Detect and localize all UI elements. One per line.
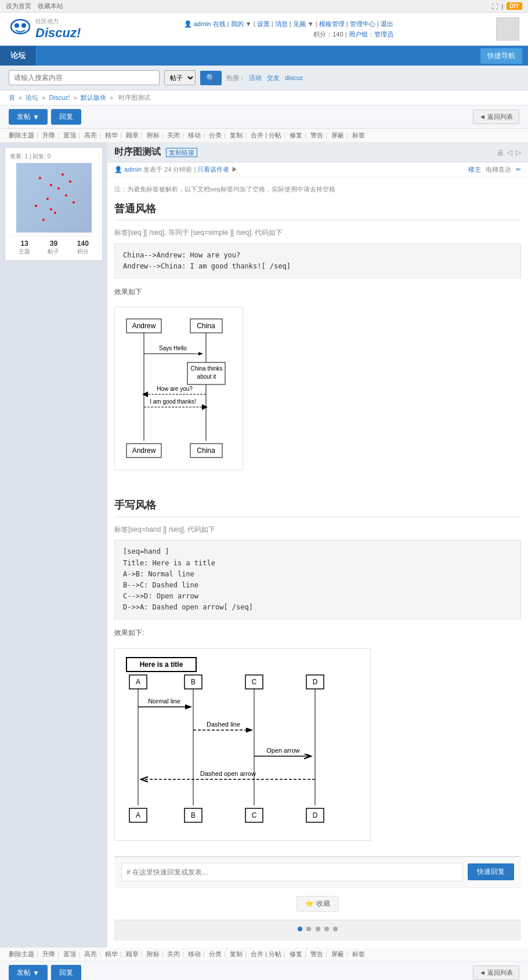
breadcrumb-discuz[interactable]: Discuz! xyxy=(49,94,70,101)
bot-op-delete[interactable]: 删除主题 xyxy=(9,950,34,957)
messages-link[interactable]: 消息 xyxy=(275,20,288,27)
admin-center-link[interactable]: 管理中心 xyxy=(350,20,375,27)
bot-op-tag[interactable]: 标签 xyxy=(352,950,365,957)
bot-op-move[interactable]: 移动 xyxy=(188,950,201,957)
op-block[interactable]: 屏蔽 xyxy=(331,132,344,139)
navbar: 论坛 快捷导航 xyxy=(0,46,528,66)
page-dot-3[interactable] xyxy=(316,927,320,931)
op-move[interactable]: 移动 xyxy=(188,132,201,139)
logo-main-text: Discuz! xyxy=(35,26,81,41)
op-close[interactable]: 关闭 xyxy=(167,132,180,139)
quick-nav-button[interactable]: 快捷导航 xyxy=(480,48,522,64)
edit-icon[interactable]: ✏ xyxy=(516,166,521,173)
bot-op-elevate[interactable]: 升降 xyxy=(42,950,55,957)
bot-op-repair[interactable]: 修复 xyxy=(290,950,302,957)
op-digest[interactable]: 精华 xyxy=(105,132,118,139)
op-warn[interactable]: 警告 xyxy=(310,132,323,139)
post-badge[interactable]: 复制链接 xyxy=(166,148,197,157)
bottom-reply-button[interactable]: 回复 xyxy=(51,965,81,980)
quick-reply-input[interactable] xyxy=(121,863,463,881)
author-link[interactable]: admin xyxy=(124,166,142,173)
settings-link[interactable]: 设置 xyxy=(257,20,270,27)
op-merge[interactable]: 合并 | 分帖 xyxy=(251,132,281,139)
page-dot-5[interactable] xyxy=(333,927,338,931)
search-input[interactable] xyxy=(9,70,160,85)
bot-op-copy[interactable]: 复制 xyxy=(230,950,243,957)
my-link[interactable]: 我的 xyxy=(231,20,244,27)
set-home-link[interactable]: 设为首页 xyxy=(6,2,31,9)
page-dot-2[interactable] xyxy=(306,927,311,931)
diy-badge[interactable]: DIY xyxy=(507,2,522,10)
user-mgmt-link[interactable]: 用户组：管理员 xyxy=(349,31,393,38)
back-button[interactable]: ◄ 返回列表 xyxy=(473,110,519,124)
svg-text:China thinks: China thinks xyxy=(190,365,222,372)
bot-op-block[interactable]: 屏蔽 xyxy=(331,950,344,957)
op-highlight[interactable]: 高亮 xyxy=(84,132,97,139)
bot-op-highlight[interactable]: 高亮 xyxy=(84,950,97,957)
sidebar: 查看: 1 | 回复: 0 xyxy=(0,143,107,948)
bot-op-flag[interactable]: 附标 xyxy=(147,950,160,957)
bot-op-chapter[interactable]: 顾章 xyxy=(126,950,139,957)
features-link[interactable]: 见频 xyxy=(293,20,306,27)
quick-reply-button[interactable]: 快速回复 xyxy=(468,863,514,880)
page-dot-1[interactable] xyxy=(298,927,302,931)
search-button[interactable]: 🔍 xyxy=(200,71,222,85)
bot-op-close[interactable]: 关闭 xyxy=(167,950,180,957)
op-classify[interactable]: 分类 xyxy=(209,132,222,139)
svg-text:I am good thanks!: I am good thanks! xyxy=(150,398,196,405)
svg-text:Open arrow: Open arrow xyxy=(266,747,300,754)
templates-link[interactable]: 模板管理 xyxy=(319,20,345,27)
view-count-label: 查看: 1 xyxy=(10,153,28,159)
bookmark-link[interactable]: 收藏本站 xyxy=(38,2,63,9)
hot-topic-1[interactable]: 活动 xyxy=(249,74,262,81)
op-tag[interactable]: 标签 xyxy=(352,132,365,139)
section1-title: 普通风格 xyxy=(114,201,521,221)
thanks-area: ⭐ 收藏 xyxy=(114,887,521,920)
op-copy[interactable]: 复制 xyxy=(230,132,243,139)
breadcrumb-sep1: » xyxy=(19,94,24,101)
svg-marker-18 xyxy=(202,404,208,410)
op-flag[interactable]: 附标 xyxy=(147,132,160,139)
breadcrumb-home[interactable]: 首 xyxy=(9,94,15,101)
post-button[interactable]: 发帖 ▼ xyxy=(9,109,48,125)
bottom-post-btn-label: 发帖 xyxy=(17,968,31,978)
breadcrumb-forum[interactable]: 论坛 xyxy=(26,94,38,101)
op-delete[interactable]: 删除主题 xyxy=(9,132,34,139)
admin-link[interactable]: admin 在线 xyxy=(194,20,226,27)
bot-op-classify[interactable]: 分类 xyxy=(209,950,222,957)
bot-op-sticky[interactable]: 置顶 xyxy=(63,950,76,957)
search-type-select[interactable]: 帖子 xyxy=(164,70,196,85)
op-sticky[interactable]: 置顶 xyxy=(63,132,76,139)
thanks-button[interactable]: ⭐ 收藏 xyxy=(296,896,339,912)
user-icon: 👤 xyxy=(184,20,192,27)
only-author-link[interactable]: 只看该作者 xyxy=(197,166,229,173)
svg-point-1 xyxy=(15,23,19,28)
section2-title: 手写风格 xyxy=(114,497,521,517)
hot-topic-2[interactable]: 交友 xyxy=(267,74,280,81)
reply-button[interactable]: 回复 xyxy=(51,109,81,125)
op-elevate[interactable]: 升降 xyxy=(42,132,55,139)
op-chapter[interactable]: 顾章 xyxy=(126,132,139,139)
note-text: 注：为避免标签被解析，以下文档seq标签均加了空格，实际使用中请去掉空格 xyxy=(114,184,521,195)
svg-text:Says Hello: Says Hello xyxy=(159,345,187,351)
bottom-post-button[interactable]: 发帖 ▼ xyxy=(9,965,48,980)
bot-op-merge[interactable]: 合并 | 分帖 xyxy=(251,950,281,957)
forum-tab[interactable]: 论坛 xyxy=(0,46,37,66)
logout-link[interactable]: 退出 xyxy=(381,20,393,27)
quick-reply-row: 快速回复 xyxy=(121,863,514,881)
prev-icon[interactable]: ◁ xyxy=(507,148,512,157)
op-repair[interactable]: 修复 xyxy=(290,132,302,139)
bot-op-digest[interactable]: 精华 xyxy=(105,950,118,957)
bottom-back-button[interactable]: ◄ 返回列表 xyxy=(473,966,519,980)
reply-count-label: 回复: 0 xyxy=(32,153,50,159)
bot-op-warn[interactable]: 警告 xyxy=(310,950,323,957)
next-icon[interactable]: ▷ xyxy=(516,148,521,157)
page-dot-4[interactable] xyxy=(324,927,329,931)
stats-points: 140 积分 xyxy=(77,239,89,256)
breadcrumb: 首 » 论坛 » Discuz! » 默认版块 » 时序图测试 xyxy=(0,90,528,106)
hot-topic-3[interactable]: discuz xyxy=(285,74,303,81)
print-icon[interactable]: 🖨 xyxy=(497,148,504,157)
breadcrumb-category[interactable]: 默认版块 xyxy=(81,94,106,101)
effect1-label: 效果如下 xyxy=(114,286,521,297)
seeds-label: 帖子 xyxy=(48,248,59,255)
